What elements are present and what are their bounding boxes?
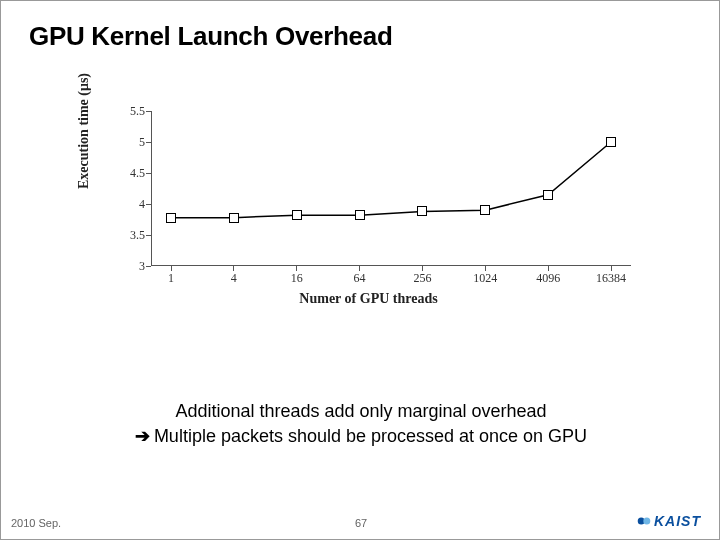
- chart: Execution time (μs) Numer of GPU threads…: [91, 101, 646, 311]
- x-tick-mark: [422, 266, 423, 271]
- data-point-marker: [543, 190, 553, 200]
- data-point-marker: [355, 210, 365, 220]
- data-point-marker: [606, 137, 616, 147]
- data-point-marker: [292, 210, 302, 220]
- x-tick-label: 16384: [596, 271, 626, 286]
- logo-icon: [637, 514, 651, 528]
- y-tick-label: 4: [115, 197, 145, 212]
- y-tick-mark: [146, 235, 151, 236]
- data-point-marker: [166, 213, 176, 223]
- y-tick-label: 3: [115, 259, 145, 274]
- x-axis-label: Numer of GPU threads: [91, 291, 646, 307]
- x-tick-label: 4: [231, 271, 237, 286]
- slide: GPU Kernel Launch Overhead Execution tim…: [0, 0, 720, 540]
- data-point-marker: [417, 206, 427, 216]
- data-point-marker: [229, 213, 239, 223]
- y-tick-mark: [146, 142, 151, 143]
- caption-line-1: Additional threads add only marginal ove…: [1, 401, 720, 422]
- x-tick-mark: [171, 266, 172, 271]
- x-tick-mark: [296, 266, 297, 271]
- page-title: GPU Kernel Launch Overhead: [29, 21, 393, 52]
- x-tick-label: 1024: [473, 271, 497, 286]
- y-tick-label: 5.5: [115, 104, 145, 119]
- arrow-right-icon: ➔: [135, 426, 150, 446]
- x-tick-mark: [548, 266, 549, 271]
- chart-line: [151, 111, 631, 266]
- caption-line-2-text: Multiple packets should be processed at …: [154, 426, 587, 446]
- x-tick-label: 64: [354, 271, 366, 286]
- y-tick-mark: [146, 173, 151, 174]
- y-tick-label: 5: [115, 135, 145, 150]
- footer-page-number: 67: [1, 517, 720, 529]
- x-tick-mark: [611, 266, 612, 271]
- data-point-marker: [480, 205, 490, 215]
- x-tick-label: 256: [413, 271, 431, 286]
- y-tick-mark: [146, 111, 151, 112]
- y-tick-mark: [146, 266, 151, 267]
- caption-line-2: ➔Multiple packets should be processed at…: [1, 425, 720, 447]
- y-tick-mark: [146, 204, 151, 205]
- x-tick-label: 16: [291, 271, 303, 286]
- x-tick-mark: [485, 266, 486, 271]
- y-tick-label: 4.5: [115, 166, 145, 181]
- x-tick-mark: [359, 266, 360, 271]
- x-tick-label: 1: [168, 271, 174, 286]
- y-tick-label: 3.5: [115, 228, 145, 243]
- x-tick-mark: [233, 266, 234, 271]
- svg-point-1: [643, 518, 650, 525]
- logo-text: KAIST: [654, 513, 701, 529]
- x-tick-label: 4096: [536, 271, 560, 286]
- y-axis-label: Execution time (μs): [76, 73, 92, 189]
- footer-logo: KAIST: [637, 513, 701, 529]
